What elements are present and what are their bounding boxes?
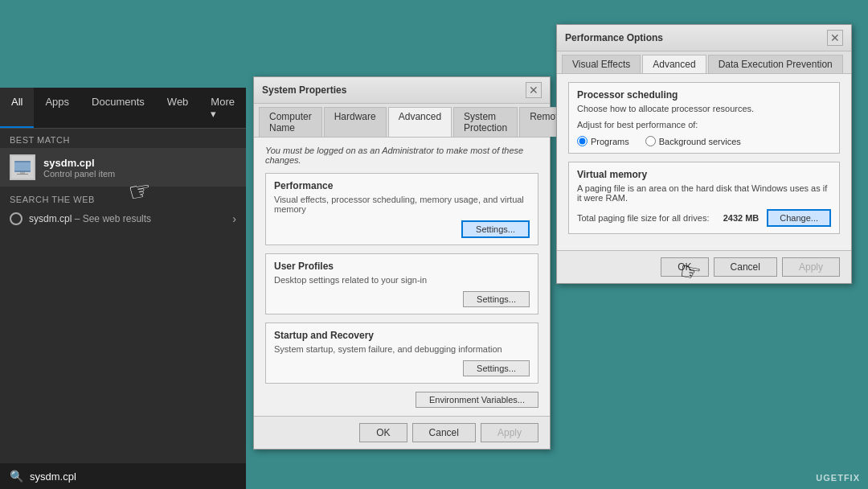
startup-desc: System startup, system failure, and debu… [274,344,530,354]
programs-radio[interactable] [577,136,588,146]
sys-apply-button[interactable]: Apply [481,423,538,442]
tab-all[interactable]: All [0,88,34,128]
sys-ok-button[interactable]: OK [359,423,407,442]
tab-computer-name[interactable]: Computer Name [259,107,322,137]
search-bar-icon: 🔍 [10,470,23,483]
performance-desc: Visual effects, processor scheduling, me… [274,195,530,214]
tab-system-protection[interactable]: System Protection [453,107,518,137]
paging-row: Total paging file size for all drives: 2… [577,209,831,227]
system-properties-dialog: System Properties ✕ Computer Name Hardwa… [253,76,551,450]
perf-ok-button[interactable]: OK [661,257,708,277]
result-title: sysdm.cpl [43,157,115,169]
admin-note: You must be logged on as an Administrato… [265,146,538,165]
search-bar: 🔍 [0,463,246,489]
radio-group: Programs Background services [577,136,831,146]
system-properties-close-button[interactable]: ✕ [526,82,542,98]
result-subtitle: Control panel item [43,169,115,179]
perf-apply-button[interactable]: Apply [782,257,840,277]
tab-visual-effects[interactable]: Visual Effects [562,55,641,73]
search-web-left: sysdm.cpl – See web results [10,212,151,225]
change-button[interactable]: Change... [767,209,831,227]
background-label: Background services [659,137,741,146]
user-profiles-title: User Profiles [274,261,530,272]
search-input[interactable] [30,471,236,483]
processor-scheduling-title: Processor scheduling [577,89,831,101]
performance-settings-button[interactable]: Settings... [461,220,530,238]
system-properties-content: You must be logged on as an Administrato… [254,138,550,416]
tab-hardware[interactable]: Hardware [324,107,387,137]
paging-label: Total paging file size for all drives: [577,213,723,223]
search-panel: All Apps Documents Web More ▾ Best match… [0,88,246,489]
virtual-memory-desc: A paging file is an area on the hard dis… [577,183,831,203]
startup-recovery-section: Startup and Recovery System startup, sys… [265,323,538,384]
background-radio-label[interactable]: Background services [645,136,741,146]
system-properties-footer: OK Cancel Apply [254,416,550,449]
system-properties-title: System Properties [262,84,346,96]
search-web-item[interactable]: sysdm.cpl – See web results › [0,208,246,230]
paging-value: 2432 MB [723,213,760,223]
user-profiles-desc: Desktop settings related to your sign-in [274,275,530,285]
system-properties-tabs: Computer Name Hardware Advanced System P… [254,104,550,138]
tab-perf-advanced[interactable]: Advanced [642,55,706,73]
programs-radio-label[interactable]: Programs [577,136,629,146]
environment-variables-button[interactable]: Environment Variables... [416,392,538,408]
performance-options-footer: OK Cancel Apply [557,250,851,283]
performance-options-titlebar: Performance Options ✕ [557,25,851,51]
watermark: UGETFIX [816,473,860,483]
processor-scheduling-section: Processor scheduling Choose how to alloc… [568,82,840,154]
processor-scheduling-desc: Choose how to allocate processor resourc… [577,104,831,113]
startup-settings-button[interactable]: Settings... [463,360,530,376]
svg-rect-4 [17,174,28,175]
user-profiles-settings-button[interactable]: Settings... [463,291,530,307]
virtual-memory-title: Virtual memory [577,169,831,180]
tab-dep[interactable]: Data Execution Prevention [708,55,843,73]
svg-rect-2 [14,162,31,171]
performance-options-content: Processor scheduling Choose how to alloc… [557,74,851,250]
virtual-memory-section: Virtual memory A paging file is an area … [568,162,840,234]
perf-cancel-button[interactable]: Cancel [714,257,777,277]
tab-more[interactable]: More ▾ [199,88,246,128]
background-radio[interactable] [645,136,656,146]
tab-web[interactable]: Web [156,88,200,128]
performance-section: Performance Visual effects, processor sc… [265,173,538,245]
startup-title: Startup and Recovery [274,330,530,341]
performance-options-tabs: Visual Effects Advanced Data Execution P… [557,51,851,74]
sysdm-icon [10,154,35,180]
best-match-header: Best match [0,129,246,148]
search-tabs: All Apps Documents Web More ▾ [0,88,246,129]
performance-options-close-button[interactable]: ✕ [827,30,843,46]
web-item-text: sysdm.cpl – See web results [29,213,151,224]
performance-options-title: Performance Options [565,32,663,43]
user-profiles-section: User Profiles Desktop settings related t… [265,253,538,314]
performance-options-dialog: Performance Options ✕ Visual Effects Adv… [556,24,852,284]
performance-title: Performance [274,180,530,191]
programs-label: Programs [591,137,629,146]
sys-cancel-button[interactable]: Cancel [412,423,476,442]
search-result-text: sysdm.cpl Control panel item [43,157,115,179]
tab-advanced[interactable]: Advanced [388,107,452,137]
tab-documents[interactable]: Documents [80,88,156,128]
tab-apps[interactable]: Apps [34,88,80,128]
search-icon [10,212,23,225]
search-web-header: Search the web [0,187,246,208]
system-properties-titlebar: System Properties ✕ [254,77,550,104]
adjust-label: Adjust for best performance of: [577,120,831,129]
search-result-sysdm[interactable]: sysdm.cpl Control panel item [0,148,246,187]
chevron-right-icon: › [232,212,236,225]
